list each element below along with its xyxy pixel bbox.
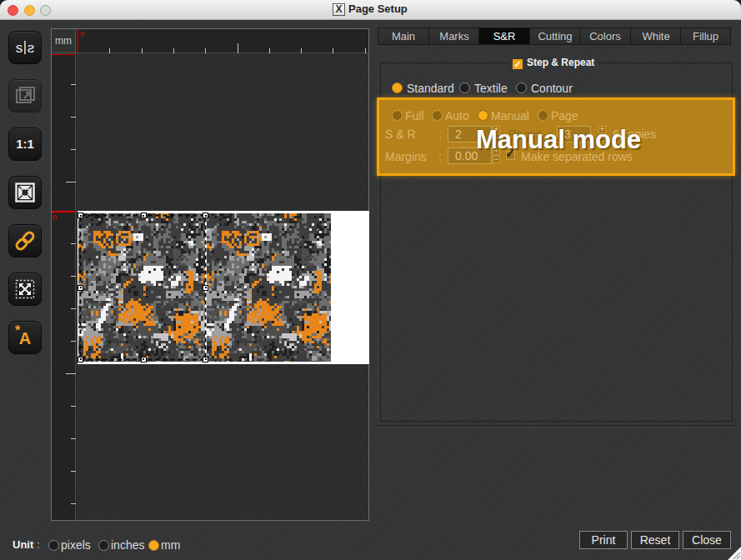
svg-text:s: s bbox=[28, 40, 35, 56]
svg-text:s: s bbox=[16, 40, 23, 56]
